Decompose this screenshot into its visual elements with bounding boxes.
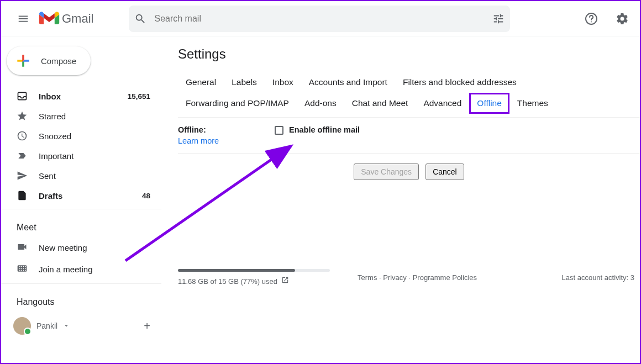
settings-content: Settings GeneralLabelsInboxAccounts and … xyxy=(161,36,640,363)
page-title: Settings xyxy=(178,46,640,62)
sidebar-item-label: Sent xyxy=(39,171,56,181)
tune-icon[interactable] xyxy=(492,13,505,25)
video-icon xyxy=(17,241,28,254)
sidebar-item-starred[interactable]: Starred xyxy=(1,106,161,126)
gmail-logo[interactable]: Gmail xyxy=(39,11,93,27)
footer-links: Terms · Privacy · Programme Policies xyxy=(358,273,477,282)
svg-point-1 xyxy=(591,21,592,22)
storage-text: 11.68 GB of 15 GB (77%) used xyxy=(178,277,277,286)
search-icon xyxy=(134,13,146,25)
important-icon xyxy=(17,150,28,161)
chevron-down-icon[interactable] xyxy=(63,323,70,329)
enable-offline-label: Enable offline mail xyxy=(289,125,360,134)
hangouts-user-name: Pankil xyxy=(36,321,57,330)
tab-general[interactable]: General xyxy=(178,72,224,93)
sidebar-item-count: 48 xyxy=(142,192,150,200)
sidebar-item-label: Inbox xyxy=(39,92,61,101)
tab-offline[interactable]: Offline xyxy=(469,93,509,114)
cancel-button[interactable]: Cancel xyxy=(425,163,464,180)
gmail-logo-icon xyxy=(39,11,60,27)
tab-chat-and-meet[interactable]: Chat and Meet xyxy=(344,93,416,114)
new-hangout-button[interactable]: + xyxy=(144,320,150,333)
drafts-icon xyxy=(17,190,28,201)
sidebar-item-label: Snoozed xyxy=(39,131,71,141)
app-name: Gmail xyxy=(62,12,93,26)
inbox-icon xyxy=(17,91,28,102)
storage-bar xyxy=(178,269,330,272)
tab-accounts-and-import[interactable]: Accounts and Import xyxy=(301,72,395,93)
settings-button[interactable] xyxy=(611,8,633,30)
tab-filters-and-blocked-addresses[interactable]: Filters and blocked addresses xyxy=(395,72,524,93)
sidebar-item-sent[interactable]: Sent xyxy=(1,166,161,186)
learn-more-link[interactable]: Learn more xyxy=(178,136,275,145)
sidebar-item-count: 15,651 xyxy=(128,92,150,101)
gear-icon xyxy=(616,12,629,25)
tab-inbox[interactable]: Inbox xyxy=(265,72,301,93)
compose-label: Compose xyxy=(41,56,76,66)
sidebar-item-label: Starred xyxy=(39,112,66,121)
last-activity: Last account activity: 3 xyxy=(561,273,634,282)
sidebar-item-inbox[interactable]: Inbox 15,651 xyxy=(1,86,161,106)
help-icon xyxy=(585,12,598,25)
footer-link-terms[interactable]: Terms xyxy=(358,273,377,282)
hangouts-section-title: Hangouts xyxy=(1,287,161,312)
settings-tabs: GeneralLabelsInboxAccounts and ImportFil… xyxy=(178,72,640,118)
search-bar[interactable] xyxy=(129,6,510,32)
compose-button[interactable]: Compose xyxy=(7,46,91,75)
sidebar-item-snoozed[interactable]: Snoozed xyxy=(1,126,161,146)
sidebar: Compose Inbox 15,651 Starred Snoozed Imp… xyxy=(1,36,161,363)
offline-section-label: Offline: xyxy=(178,125,206,134)
help-button[interactable] xyxy=(580,8,602,30)
footer-link-privacy[interactable]: Privacy xyxy=(383,273,407,282)
search-input[interactable] xyxy=(154,14,492,24)
meet-section-title: Meet xyxy=(1,213,161,237)
sidebar-item-important[interactable]: Important xyxy=(1,146,161,166)
footer-link-programme-policies[interactable]: Programme Policies xyxy=(413,273,477,282)
meet-item-join-a-meeting[interactable]: Join a meeting xyxy=(1,259,161,280)
star-icon xyxy=(17,110,28,122)
sidebar-item-label: Important xyxy=(39,151,73,161)
avatar[interactable] xyxy=(13,317,31,335)
open-external-icon[interactable] xyxy=(281,276,289,284)
tab-themes[interactable]: Themes xyxy=(509,93,556,114)
tab-advanced[interactable]: Advanced xyxy=(416,93,469,114)
tab-add-ons[interactable]: Add-ons xyxy=(297,93,344,114)
hamburger-icon xyxy=(17,13,29,25)
save-changes-button[interactable]: Save Changes xyxy=(354,163,419,180)
sidebar-item-label: Drafts xyxy=(39,191,62,201)
tab-forwarding-and-pop-imap[interactable]: Forwarding and POP/IMAP xyxy=(178,93,297,114)
enable-offline-checkbox[interactable] xyxy=(275,126,283,135)
send-icon xyxy=(17,170,28,181)
tab-labels[interactable]: Labels xyxy=(224,72,265,93)
compose-plus-icon xyxy=(14,52,32,70)
keyboard-icon xyxy=(17,263,28,276)
meet-item-new-meeting[interactable]: New meeting xyxy=(1,237,161,259)
sidebar-item-drafts[interactable]: Drafts 48 xyxy=(1,186,161,205)
main-menu-button[interactable] xyxy=(10,6,36,32)
clock-icon xyxy=(17,130,28,141)
